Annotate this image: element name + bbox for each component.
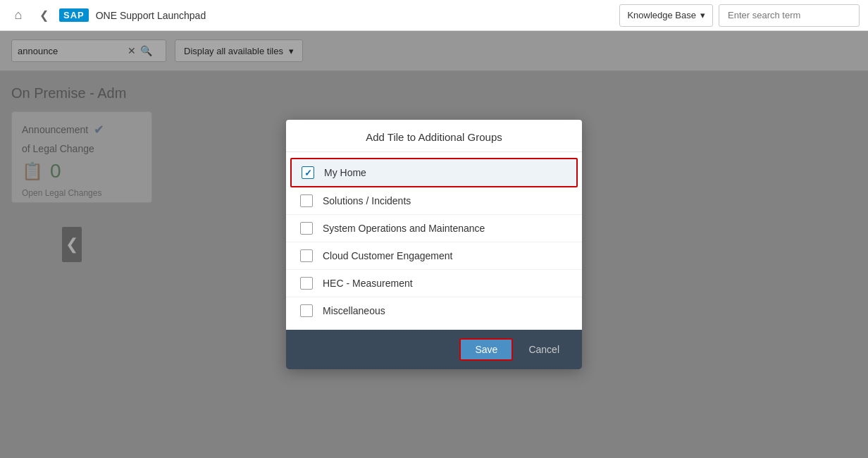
dialog-list: ✓ My Home Solutions / Incidents System O…	[286, 152, 582, 330]
item-label-my-home: My Home	[324, 167, 366, 178]
item-label-system-operations: System Operations and Maintenance	[323, 223, 485, 234]
dialog-item-cloud-customer[interactable]: Cloud Customer Engagement	[286, 242, 582, 270]
cancel-button[interactable]: Cancel	[520, 340, 568, 359]
checkbox-cloud-customer[interactable]	[300, 249, 313, 262]
knowledge-dropdown-chevron-icon: ▾	[700, 10, 705, 20]
dialog-footer: Save Cancel	[286, 330, 582, 369]
dialog-item-hec[interactable]: HEC - Measurement	[286, 270, 582, 297]
nav-search-area: Knowledge Base ▾	[619, 4, 860, 27]
checkbox-miscellaneous[interactable]	[300, 304, 313, 317]
item-label-cloud-customer: Cloud Customer Engagement	[323, 250, 452, 261]
sap-logo: SAP	[59, 8, 89, 22]
dialog-item-my-home[interactable]: ✓ My Home	[290, 158, 578, 187]
nav-bar: ⌂ ❮ SAP ONE Support Launchpad Knowledge …	[0, 0, 868, 31]
item-label-miscellaneous: Miscellaneous	[323, 305, 385, 316]
item-label-hec: HEC - Measurement	[323, 278, 413, 289]
checkbox-hec[interactable]	[300, 277, 313, 290]
nav-search-input[interactable]	[719, 4, 860, 27]
dialog-item-system-operations[interactable]: System Operations and Maintenance	[286, 215, 582, 242]
checkbox-system-operations[interactable]	[300, 222, 313, 235]
main-content: ✕ 🔍 Display all available tiles ▾ On Pre…	[0, 31, 868, 458]
checkbox-my-home[interactable]: ✓	[302, 166, 314, 179]
checkmark-icon: ✓	[304, 168, 312, 178]
checkbox-solutions[interactable]	[300, 194, 313, 207]
back-icon[interactable]: ❮	[35, 7, 52, 24]
home-icon[interactable]: ⌂	[8, 6, 28, 25]
nav-brand-label: ONE Support Launchpad	[96, 10, 613, 21]
item-label-solutions: Solutions / Incidents	[323, 195, 411, 206]
dialog-title: Add Tile to Additional Groups	[286, 120, 582, 152]
dialog-item-solutions[interactable]: Solutions / Incidents	[286, 187, 582, 215]
modal-overlay: Add Tile to Additional Groups ✓ My Home …	[0, 31, 868, 458]
save-button[interactable]: Save	[459, 338, 513, 361]
add-tile-dialog: Add Tile to Additional Groups ✓ My Home …	[286, 120, 582, 369]
dialog-item-miscellaneous[interactable]: Miscellaneous	[286, 297, 582, 324]
knowledge-dropdown-label: Knowledge Base	[627, 10, 696, 20]
knowledge-base-dropdown[interactable]: Knowledge Base ▾	[619, 4, 713, 27]
